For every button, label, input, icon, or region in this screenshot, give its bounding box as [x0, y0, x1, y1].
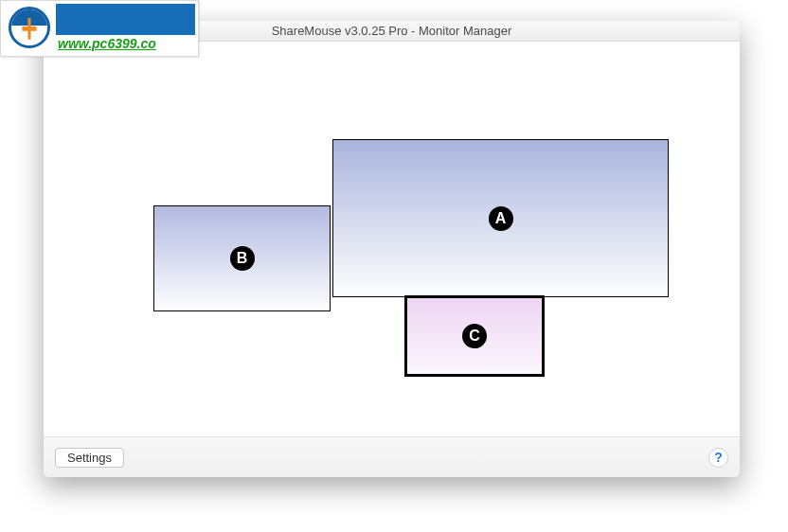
watermark-logo-icon: [1, 1, 58, 53]
help-icon: ?: [714, 450, 723, 465]
window-title: ShareMouse v3.0.25 Pro - Monitor Manager: [272, 24, 512, 38]
monitor-c-label: C: [462, 324, 487, 348]
monitor-a-label: A: [489, 206, 513, 231]
monitor-c[interactable]: C: [404, 295, 545, 377]
monitor-b[interactable]: B: [153, 205, 331, 311]
help-button[interactable]: ?: [708, 448, 728, 468]
monitor-b-label: B: [230, 246, 255, 271]
watermark-top: [1, 1, 198, 35]
watermark-overlay: www.pc6399.co: [0, 0, 199, 57]
settings-button[interactable]: Settings: [55, 448, 124, 468]
monitor-layout-area[interactable]: A B C: [44, 42, 740, 437]
watermark-blue-bar: [56, 4, 195, 35]
monitor-a[interactable]: A: [332, 139, 669, 297]
monitor-manager-window: ShareMouse v3.0.25 Pro - Monitor Manager…: [44, 21, 740, 477]
window-bottombar: Settings ?: [44, 437, 740, 477]
